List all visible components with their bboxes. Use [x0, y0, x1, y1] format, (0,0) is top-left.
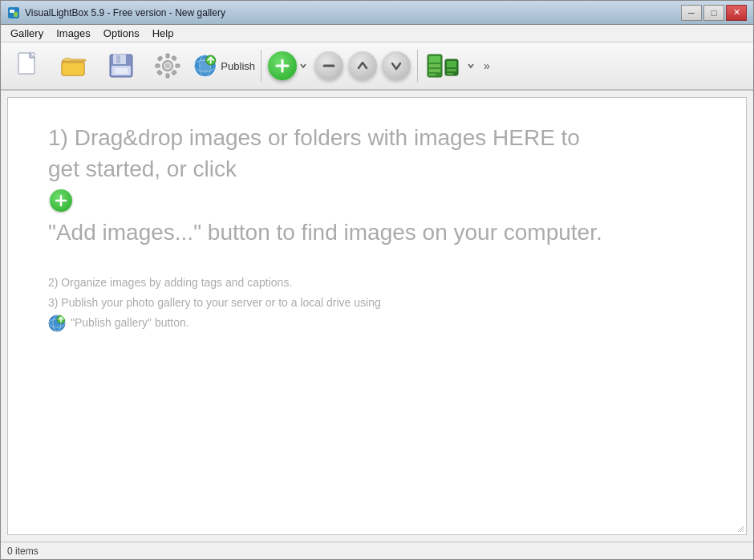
menu-options[interactable]: Options [97, 26, 146, 41]
instructions-secondary: 2) Organize images by adding tags and ca… [48, 273, 610, 334]
svg-rect-1 [10, 10, 14, 13]
svg-rect-18 [156, 64, 160, 67]
instructions-main: 1) Drag&drop images or folders with imag… [48, 122, 610, 249]
title-bar: VisualLightBox 5.9 - Free version - New … [1, 1, 753, 25]
more-label: » [484, 59, 490, 72]
svg-rect-8 [62, 63, 84, 75]
remove-button[interactable] [314, 51, 343, 80]
plus-icon [274, 58, 290, 74]
svg-rect-17 [166, 74, 169, 78]
menu-gallery[interactable]: Gallery [4, 26, 50, 41]
title-bar-left: VisualLightBox 5.9 - Free version - New … [7, 6, 225, 19]
svg-rect-37 [429, 74, 436, 75]
maximize-button[interactable]: □ [703, 5, 724, 21]
style-dropdown-button[interactable] [464, 45, 477, 87]
instruction-step3-after-row: "Publish gallery" button. [48, 313, 610, 333]
menu-images[interactable]: Images [50, 26, 97, 41]
style-button[interactable] [145, 45, 190, 87]
toolbar: Publish [1, 43, 753, 91]
main-content[interactable]: 1) Drag&drop images or folders with imag… [7, 97, 747, 535]
new-button[interactable] [6, 45, 51, 87]
title-controls: ─ □ ✕ [681, 5, 747, 21]
svg-rect-21 [172, 55, 176, 60]
settings-icon [154, 52, 181, 79]
open-button[interactable] [52, 45, 97, 87]
save-button[interactable] [99, 45, 144, 87]
application-window: VisualLightBox 5.9 - Free version - New … [0, 0, 754, 560]
publish-icon [193, 51, 217, 80]
publish-globe-icon-inline [48, 314, 66, 332]
add-icon-inline [50, 189, 72, 212]
instruction-step3: 3) Publish your photo gallery to your se… [48, 293, 381, 313]
style-picker-group [423, 45, 477, 87]
arrow-down-icon [388, 58, 404, 74]
instructions-panel: 1) Drag&drop images or folders with imag… [48, 122, 610, 333]
svg-line-51 [743, 531, 744, 532]
svg-rect-39 [447, 61, 456, 67]
resize-handle[interactable] [735, 523, 744, 533]
chevron-down-icon-style [467, 62, 475, 70]
instruction-step3-row: 3) Publish your photo gallery to your se… [48, 293, 610, 313]
app-icon [7, 6, 20, 19]
more-button[interactable]: » [479, 45, 495, 87]
instruction-step3-after: "Publish gallery" button. [71, 313, 189, 333]
move-down-button[interactable] [382, 51, 411, 80]
window-title: VisualLightBox 5.9 - Free version - New … [25, 7, 225, 18]
svg-rect-11 [116, 55, 120, 63]
new-icon [15, 51, 41, 80]
status-text: 0 items [7, 546, 39, 557]
add-dropdown-button[interactable] [297, 51, 310, 80]
gallery-style-icon [426, 48, 461, 83]
svg-rect-35 [429, 64, 440, 67]
menu-help[interactable]: Help [146, 26, 180, 41]
svg-rect-19 [176, 64, 180, 67]
svg-point-15 [165, 63, 170, 68]
toolbar-separator-1 [261, 50, 261, 82]
toolbar-separator-2 [417, 50, 418, 82]
add-images-button[interactable] [268, 51, 297, 80]
svg-rect-2 [14, 12, 18, 17]
add-button-group [268, 51, 310, 80]
move-up-button[interactable] [348, 51, 377, 80]
close-button[interactable]: ✕ [726, 5, 747, 21]
svg-rect-23 [172, 70, 176, 75]
svg-rect-22 [157, 70, 162, 75]
minimize-button[interactable]: ─ [681, 5, 702, 21]
instruction-step2: 2) Organize images by adding tags and ca… [48, 273, 610, 293]
chevron-down-icon [299, 62, 307, 70]
save-icon [108, 53, 134, 79]
arrow-up-icon [355, 58, 371, 74]
svg-rect-13 [115, 68, 128, 74]
svg-rect-40 [447, 69, 456, 71]
menu-bar: Gallery Images Options Help [1, 25, 753, 43]
open-icon [60, 53, 89, 79]
instruction-text-2: "Add images..." button to find images on… [48, 217, 602, 248]
publish-button[interactable]: Publish [192, 45, 256, 87]
style-picker-button[interactable] [423, 45, 464, 87]
svg-rect-20 [157, 56, 162, 61]
svg-rect-16 [166, 54, 169, 58]
status-bar: 0 items [1, 542, 753, 559]
svg-rect-41 [447, 73, 453, 75]
minus-icon [321, 58, 337, 74]
instruction-text-1: 1) Drag&drop images or folders with imag… [48, 122, 610, 185]
svg-rect-34 [429, 56, 440, 63]
svg-rect-36 [429, 69, 440, 72]
publish-label: Publish [221, 60, 255, 72]
